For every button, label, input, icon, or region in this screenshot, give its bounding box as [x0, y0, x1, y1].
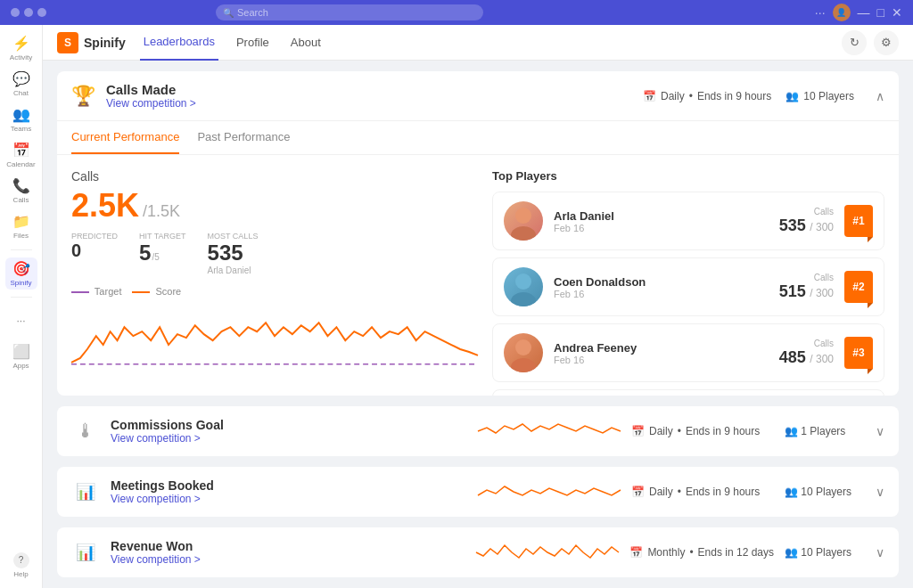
apps-icon: ⬜	[12, 343, 30, 360]
settings-button[interactable]: ⚙	[874, 30, 899, 55]
revenue-expand[interactable]: ∨	[876, 545, 884, 559]
files-icon: 📁	[12, 213, 30, 230]
player-date-2: Feb 16	[554, 289, 769, 299]
nav-item-profile[interactable]: Profile	[233, 25, 273, 61]
sidebar-item-help[interactable]: ? Help	[5, 549, 37, 581]
revenue-ends: Ends in 12 days	[698, 546, 774, 559]
more-apps-icon: ···	[16, 314, 25, 327]
player-date-3: Feb 16	[554, 355, 769, 365]
ps-label-2: Calls	[779, 273, 834, 282]
comp-link[interactable]: View competition >	[106, 97, 632, 110]
ps-target-3: / 300	[810, 353, 834, 365]
meetings-ends: Ends in 9 hours	[686, 486, 760, 498]
sidebar-item-spinify[interactable]: 🎯 Spinify	[5, 257, 37, 290]
comp-title-area: Calls Made View competition >	[106, 82, 632, 110]
rank-badge-1: #1	[844, 205, 873, 237]
revenue-link[interactable]: View competition >	[111, 553, 465, 566]
player-stats-2: Calls 515 / 300	[779, 273, 834, 301]
calendar-icon-3: 📅	[631, 486, 645, 498]
comp-body: Calls 2.5K /1.5K Predicted 0	[57, 155, 899, 396]
calls-value: 2.5K	[71, 187, 139, 225]
sidebar-item-calendar[interactable]: 📅 Calendar	[5, 139, 37, 171]
sidebar-divider-2	[11, 297, 32, 298]
meetings-icon: 📊	[71, 482, 100, 502]
sidebar-item-apps[interactable]: ⬜ Apps	[5, 340, 37, 372]
sidebar-item-files[interactable]: 📁 Files	[5, 210, 37, 242]
meetings-freq: Daily	[649, 486, 673, 498]
rank-label-3: #3	[852, 347, 864, 359]
close-icon[interactable]: ✕	[892, 5, 902, 20]
predicted-label: Predicted	[71, 232, 118, 241]
sidebar-label-teams: Teams	[11, 125, 32, 133]
commissions-info: Commissions Goal View competition >	[111, 418, 467, 445]
sidebar-item-chat[interactable]: 💬 Chat	[5, 68, 37, 100]
svg-point-3	[515, 274, 531, 290]
most-calls-person: Arla Daniel	[208, 265, 259, 275]
activity-icon: ⚡	[12, 35, 30, 52]
commissions-freq: Daily	[649, 425, 673, 437]
maximize-icon[interactable]: □	[877, 5, 884, 20]
svg-point-1	[515, 208, 531, 224]
sidebar: ⚡ Activity 💬 Chat 👥 Teams 📅 Calendar 📞 C…	[0, 25, 43, 588]
players-icon-4: 👥	[785, 546, 798, 559]
player-name-3: Andrea Feeney	[554, 341, 769, 355]
meetings-expand[interactable]: ∨	[876, 485, 884, 499]
revenue-icon: 📊	[71, 543, 100, 562]
svg-point-4	[511, 292, 536, 306]
sidebar-label-chat: Chat	[13, 89, 29, 97]
players-icon-3: 👥	[785, 486, 798, 498]
dot-3	[37, 8, 46, 17]
minimize-icon[interactable]: —	[858, 5, 870, 20]
commissions-goal-card: 🌡 Commissions Goal View competition > 📅 …	[57, 406, 899, 456]
refresh-button[interactable]: ↻	[842, 30, 867, 55]
meta-dot: •	[689, 90, 693, 102]
help-icon: ?	[13, 552, 29, 568]
search-bar[interactable]: 🔍 Search	[216, 4, 483, 20]
revenue-chart	[476, 538, 619, 567]
user-avatar-small[interactable]: 👤	[833, 4, 851, 21]
sidebar-divider	[11, 249, 32, 250]
left-panel: Calls 2.5K /1.5K Predicted 0	[71, 169, 478, 396]
rank-badge-2: #2	[844, 271, 873, 303]
frequency-label: Daily	[661, 90, 685, 102]
chart-legend: Target Score	[71, 286, 478, 297]
rank-label-2: #2	[852, 281, 864, 293]
commissions-expand[interactable]: ∨	[876, 424, 884, 438]
title-bar: 🔍 Search ··· 👤 — □ ✕	[0, 0, 913, 25]
players-badge: 👥 10 Players	[786, 90, 854, 102]
players-icon: 👥	[786, 90, 799, 102]
tab-current-performance[interactable]: Current Performance	[71, 121, 179, 154]
expand-button[interactable]: ∧	[876, 89, 884, 103]
revenue-won-card: 📊 Revenue Won View competition > 📅 Month…	[57, 527, 899, 577]
sidebar-item-calls[interactable]: 📞 Calls	[5, 175, 37, 207]
nav-item-about[interactable]: About	[287, 25, 325, 61]
commissions-link[interactable]: View competition >	[111, 432, 467, 445]
hit-target-sub: /5	[152, 252, 159, 262]
spinify-icon: 🎯	[12, 260, 30, 277]
app-logo: S Spinify	[57, 32, 126, 53]
dot-2	[24, 8, 33, 17]
comp-meta: 📅 Daily • Ends in 9 hours 👥 10 Players ∧	[643, 89, 884, 103]
nav-item-leaderboards[interactable]: Leaderboards	[140, 25, 218, 61]
rank-badge-3: #3	[844, 337, 873, 369]
calls-target: /1.5K	[143, 202, 180, 221]
main-panel: S Spinify Leaderboards Profile About ↻ ⚙…	[43, 25, 913, 588]
sidebar-item-more[interactable]: ···	[5, 305, 37, 337]
revenue-meta: 📅 Monthly • Ends in 12 days	[629, 546, 774, 559]
commissions-meta: 📅 Daily • Ends in 9 hours	[631, 425, 774, 437]
player-info-2: Coen Donaldson Feb 16	[554, 275, 769, 299]
commissions-chart	[478, 417, 621, 445]
sidebar-item-activity[interactable]: ⚡ Activity	[5, 32, 37, 64]
sidebar-item-teams[interactable]: 👥 Teams	[5, 103, 37, 135]
ps-label-1: Calls	[779, 207, 834, 216]
tab-past-performance[interactable]: Past Performance	[197, 121, 290, 154]
app-name: Spinify	[84, 36, 126, 50]
comp-title: Calls Made	[106, 82, 632, 97]
calls-label: Calls	[71, 169, 478, 184]
player-card-2: Coen Donaldson Feb 16 Calls 515 / 300	[492, 257, 884, 316]
calendar-icon-4: 📅	[629, 546, 643, 559]
legend-target: Target	[71, 286, 121, 297]
revenue-freq: Monthly	[647, 546, 685, 559]
top-nav: S Spinify Leaderboards Profile About ↻ ⚙	[43, 25, 913, 61]
meetings-link[interactable]: View competition >	[111, 493, 467, 505]
